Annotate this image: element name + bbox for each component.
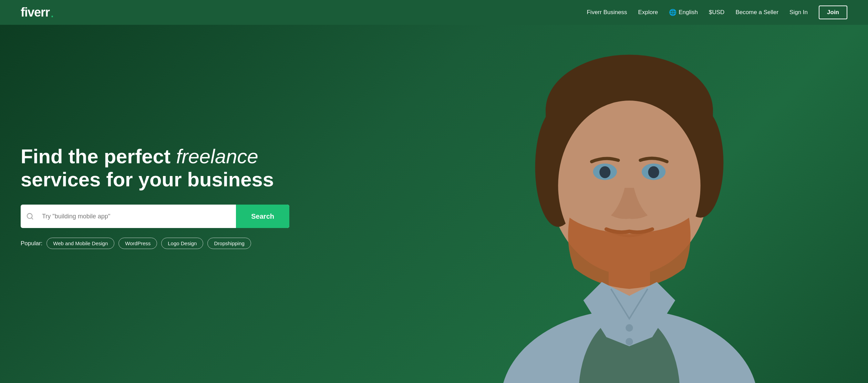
join-button[interactable]: Join: [819, 6, 847, 19]
hero-title-part2: services for your business: [21, 168, 274, 190]
logo[interactable]: fiverr.: [21, 5, 54, 20]
nav-become-seller[interactable]: Become a Seller: [735, 9, 778, 16]
nav-currency[interactable]: $USD: [709, 9, 724, 16]
hero-title: Find the perfect freelance services for …: [21, 145, 289, 191]
svg-point-13: [599, 166, 610, 178]
main-nav: Fiverr Business Explore 🌐 English $USD B…: [587, 6, 847, 19]
hero-title-part1: Find the perfect: [21, 145, 176, 167]
hero-title-italic: freelance: [176, 145, 258, 167]
hero-section: Find the perfect freelance services for …: [0, 25, 868, 383]
logo-text: fiverr: [21, 5, 50, 20]
svg-point-14: [648, 166, 659, 178]
language-label: English: [679, 9, 698, 16]
svg-line-1: [31, 218, 33, 219]
popular-tag-dropshipping[interactable]: Dropshipping: [207, 238, 251, 249]
search-bar: Search: [21, 205, 289, 228]
popular-tag-web-mobile-design[interactable]: Web and Mobile Design: [46, 238, 114, 249]
nav-explore[interactable]: Explore: [638, 9, 658, 16]
popular-label: Popular:: [21, 240, 42, 247]
nav-language[interactable]: 🌐 English: [669, 9, 698, 16]
hero-person-image: [391, 25, 868, 383]
nav-sign-in[interactable]: Sign In: [789, 9, 808, 16]
hero-content: Find the perfect freelance services for …: [0, 131, 310, 277]
header: fiverr. Fiverr Business Explore 🌐 Englis…: [0, 0, 868, 25]
svg-point-15: [626, 324, 633, 331]
nav-fiverr-business[interactable]: Fiverr Business: [587, 9, 627, 16]
search-icon: [21, 205, 39, 228]
search-input[interactable]: [39, 205, 236, 228]
search-button[interactable]: Search: [236, 205, 289, 228]
globe-icon: 🌐: [669, 9, 676, 16]
popular-row: Popular: Web and Mobile Design WordPress…: [21, 238, 289, 249]
popular-tag-logo-design[interactable]: Logo Design: [161, 238, 203, 249]
svg-point-16: [626, 338, 633, 345]
popular-tag-wordpress[interactable]: WordPress: [118, 238, 157, 249]
